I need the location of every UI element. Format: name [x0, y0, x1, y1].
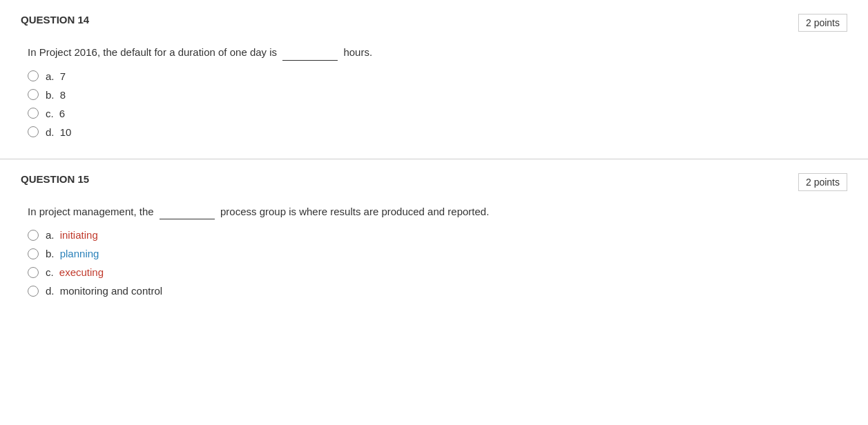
q14-option-d[interactable]: d. 10	[28, 126, 847, 138]
q14-option-a[interactable]: a. 7	[28, 70, 847, 82]
q15-label-d: d. monitoring and control	[46, 285, 162, 297]
question-15-title: QUESTION 15	[21, 173, 89, 185]
question-15-text: In project management, the process group…	[28, 204, 847, 220]
question-15-options: a. initiating b. planning c. executing	[28, 229, 847, 297]
question-15-header: QUESTION 15 2 points	[21, 173, 847, 191]
q15-option-b[interactable]: b. planning	[28, 248, 847, 259]
q14-label-d: d. 10	[46, 126, 71, 138]
q15-radio-a[interactable]	[28, 230, 39, 241]
q15-label-b: b. planning	[46, 248, 99, 259]
q14-radio-b[interactable]	[28, 89, 39, 100]
question-15-points: 2 points	[798, 173, 847, 191]
question-14-body: In Project 2016, the default for a durat…	[21, 44, 847, 138]
q14-label-a: a. 7	[46, 70, 66, 82]
q14-label-b: b. 8	[46, 89, 66, 101]
q15-label-c: c. executing	[46, 266, 104, 278]
q14-option-c[interactable]: c. 6	[28, 108, 847, 119]
question-14-options: a. 7 b. 8 c. 6	[28, 70, 847, 138]
q14-radio-a[interactable]	[28, 70, 39, 81]
q14-radio-c[interactable]	[28, 108, 39, 119]
q15-option-c[interactable]: c. executing	[28, 266, 847, 278]
question-14-title: QUESTION 14	[21, 14, 89, 26]
question-14-text: In Project 2016, the default for a durat…	[28, 44, 847, 61]
q14-radio-d[interactable]	[28, 126, 39, 137]
question-14-block: QUESTION 14 2 points In Project 2016, th…	[0, 0, 868, 159]
q14-option-b[interactable]: b. 8	[28, 89, 847, 101]
page-container: QUESTION 14 2 points In Project 2016, th…	[0, 0, 868, 317]
q15-radio-b[interactable]	[28, 248, 39, 259]
q15-label-a: a. initiating	[46, 229, 98, 241]
question-14-header: QUESTION 14 2 points	[21, 14, 847, 32]
q14-label-c: c. 6	[46, 108, 65, 119]
question-15-blank	[160, 204, 215, 220]
question-14-points: 2 points	[798, 14, 847, 32]
q15-radio-c[interactable]	[28, 267, 39, 278]
q15-option-a[interactable]: a. initiating	[28, 229, 847, 241]
q15-option-d[interactable]: d. monitoring and control	[28, 285, 847, 297]
question-15-block: QUESTION 15 2 points In project manageme…	[0, 159, 868, 318]
question-15-body: In project management, the process group…	[21, 204, 847, 297]
question-14-blank	[282, 44, 338, 61]
q15-radio-d[interactable]	[28, 286, 39, 297]
